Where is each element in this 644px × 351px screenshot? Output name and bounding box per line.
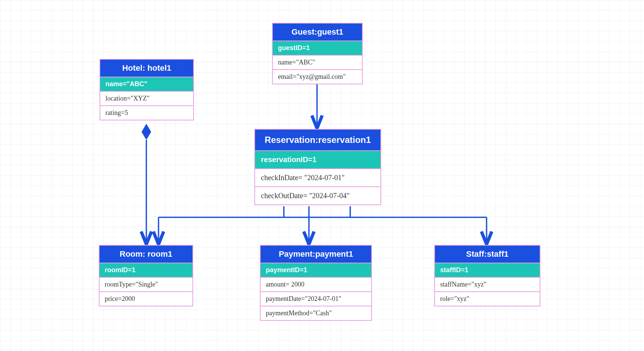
entity-room-title: Room: room1 bbox=[100, 246, 192, 263]
entity-payment-key: paymentID=1 bbox=[261, 263, 371, 278]
entity-room: Room: room1 roomID=1 roomType="Single" p… bbox=[99, 245, 193, 306]
entity-room-key: roomID=1 bbox=[100, 263, 192, 278]
entity-hotel-key: name="ABC" bbox=[100, 77, 193, 92]
entity-guest-attr: email="xyz@gmail.com" bbox=[273, 70, 362, 84]
entity-reservation-attr: checkInDate= "2024-07-01" bbox=[255, 169, 380, 187]
entity-reservation: Reservation:reservation1 reservationID=1… bbox=[254, 129, 381, 205]
entity-hotel-title: Hotel: hotel1 bbox=[100, 60, 193, 77]
entity-room-attr: roomType="Single" bbox=[100, 278, 192, 292]
entity-payment-attr: paymentMethod="Cash" bbox=[261, 306, 371, 320]
entity-guest-title: Guest:guest1 bbox=[273, 24, 362, 41]
entity-hotel-attr: location="XYZ" bbox=[100, 92, 193, 106]
entity-staff-attr: staffName="xyz" bbox=[435, 278, 540, 292]
relation-hotel-room bbox=[142, 124, 151, 243]
entity-staff: Staff:staff1 staffID=1 staffName="xyz" r… bbox=[434, 245, 540, 306]
entity-room-attr: price=2000 bbox=[100, 292, 192, 306]
entity-guest-key: guestID=1 bbox=[273, 41, 362, 56]
entity-staff-key: staffID=1 bbox=[435, 263, 540, 278]
entity-payment-attr: amount= 2000 bbox=[261, 278, 371, 292]
entity-payment: Payment:payment1 paymentID=1 amount= 200… bbox=[260, 245, 372, 321]
aggregation-diamond-icon bbox=[142, 124, 151, 140]
diagram-canvas: Hotel: hotel1 name="ABC" location="XYZ" … bbox=[0, 0, 644, 351]
entity-payment-attr: paymentDate="2024-07-01" bbox=[261, 292, 371, 306]
entity-guest-attr: name="ABC" bbox=[273, 56, 362, 70]
entity-staff-title: Staff:staff1 bbox=[435, 246, 540, 263]
entity-guest: Guest:guest1 guestID=1 name="ABC" email=… bbox=[272, 23, 363, 84]
entity-hotel-attr: rating=5 bbox=[100, 106, 193, 120]
relation-reservation-children bbox=[159, 206, 487, 243]
entity-reservation-key: reservationID=1 bbox=[255, 151, 380, 169]
entity-reservation-attr: checkOutDate= "2024-07-04" bbox=[255, 187, 380, 204]
entity-reservation-title: Reservation:reservation1 bbox=[255, 130, 380, 151]
entity-payment-title: Payment:payment1 bbox=[261, 246, 371, 263]
entity-staff-attr: role="xyz" bbox=[435, 292, 540, 306]
entity-hotel: Hotel: hotel1 name="ABC" location="XYZ" … bbox=[100, 59, 194, 120]
